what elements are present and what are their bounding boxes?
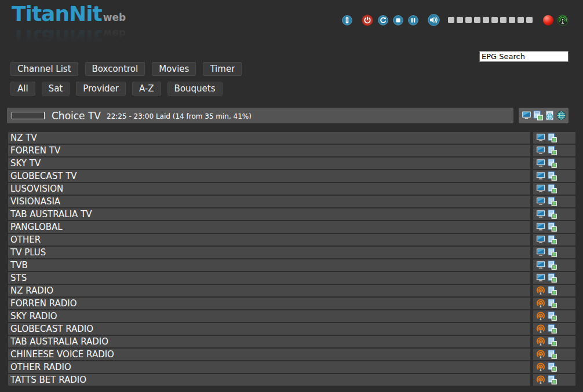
channel-row-bar[interactable]: VISIONASIA (8, 196, 530, 207)
channel-row-bar[interactable]: TATTS BET RADIO (8, 374, 530, 386)
channel-row: GLOBECAST RADIO (8, 323, 575, 335)
tv-icon[interactable] (536, 133, 545, 142)
volume-icon[interactable] (428, 14, 440, 26)
channel-row: SKY TV (8, 157, 575, 169)
channel-row-bar[interactable]: SKY RADIO (8, 310, 530, 322)
channel-name: OTHER (10, 235, 41, 245)
volume-segment[interactable] (483, 17, 489, 23)
channel-row-actions (533, 234, 575, 246)
remote-icon[interactable] (342, 15, 352, 25)
epg-list-icon[interactable] (548, 362, 557, 372)
epg-list-icon[interactable] (533, 111, 543, 120)
nav-timer-button[interactable]: Timer (203, 62, 242, 76)
radio-icon[interactable] (536, 286, 545, 295)
filter-provider-button[interactable]: Provider (76, 82, 126, 96)
tv-icon[interactable] (536, 273, 545, 283)
volume-segment[interactable] (509, 17, 515, 23)
nav-channel-list-button[interactable]: Channel List (10, 62, 78, 76)
epg-list-icon[interactable] (548, 171, 557, 181)
epg-list-icon[interactable] (548, 312, 557, 321)
radio-icon[interactable] (536, 337, 545, 346)
tv-icon[interactable] (536, 159, 545, 168)
channel-row-bar[interactable]: GLOBECAST RADIO (8, 323, 530, 335)
epg-list-icon[interactable] (548, 184, 557, 193)
channel-row-bar[interactable]: NZ RADIO (8, 285, 530, 296)
channel-row-bar[interactable]: TAB AUSTRALIA TV (8, 208, 530, 220)
channel-row-bar[interactable]: FORREN TV (8, 145, 530, 156)
epg-list-icon[interactable] (548, 197, 557, 206)
radio-icon[interactable] (536, 362, 545, 372)
volume-segment[interactable] (457, 17, 463, 23)
filter-bouquets-button[interactable]: Bouquets (167, 82, 223, 96)
epg-list-icon[interactable] (548, 159, 557, 168)
filter-all-button[interactable]: All (10, 82, 35, 96)
tv-icon[interactable] (536, 184, 545, 193)
channel-row-bar[interactable]: TV PLUS (8, 247, 530, 258)
epg-list-icon[interactable] (548, 146, 557, 155)
tv-icon[interactable] (536, 248, 545, 257)
epg-list-icon[interactable] (548, 350, 557, 359)
epg-list-icon[interactable] (548, 133, 557, 142)
epg-list-icon[interactable] (548, 286, 557, 295)
radio-icon[interactable] (536, 299, 545, 308)
epg-search-input[interactable] (479, 51, 569, 62)
epg-list-icon[interactable] (548, 273, 557, 283)
volume-segment[interactable] (500, 17, 507, 23)
tv-icon[interactable] (536, 222, 545, 232)
record-icon[interactable] (543, 15, 553, 25)
tv-icon[interactable] (536, 235, 545, 244)
channel-row-bar[interactable]: SKY TV (8, 157, 530, 169)
channel-row-bar[interactable]: LUSOVISION (8, 183, 530, 195)
globe-icon[interactable] (556, 111, 566, 120)
channel-row-bar[interactable]: OTHER RADIO (8, 361, 530, 373)
epg-list-icon[interactable] (548, 261, 557, 270)
nav-boxcontrol-button[interactable]: Boxcontrol (85, 62, 145, 76)
webtv-icon[interactable] (545, 111, 555, 120)
radio-icon[interactable] (536, 312, 545, 321)
tv-icon[interactable] (536, 261, 545, 270)
channel-row-bar[interactable]: TAB AUSTRALIA RADIO (8, 336, 530, 347)
epg-list-icon[interactable] (548, 299, 557, 308)
epg-list-icon[interactable] (548, 337, 557, 346)
stream-icon[interactable] (557, 14, 569, 26)
nav-movies-button[interactable]: Movies (152, 62, 196, 76)
tv-icon[interactable] (536, 146, 545, 155)
radio-icon[interactable] (536, 375, 545, 384)
stop-icon[interactable] (393, 15, 403, 25)
channel-row-bar[interactable]: CHINEESE VOICE RADIO (8, 349, 530, 360)
channel-name: NZ TV (10, 133, 37, 143)
epg-list-icon[interactable] (548, 222, 557, 232)
channel-row-actions (533, 208, 575, 220)
epg-list-icon[interactable] (548, 324, 557, 334)
volume-segment[interactable] (448, 17, 454, 23)
channel-row-bar[interactable]: STS (8, 272, 530, 284)
tv-icon[interactable] (536, 197, 545, 206)
tv-preview-icon[interactable] (522, 111, 531, 120)
tv-icon[interactable] (536, 171, 545, 181)
volume-segment[interactable] (518, 17, 524, 23)
radio-icon[interactable] (536, 324, 545, 334)
channel-row-bar[interactable]: NZ TV (8, 132, 530, 144)
filter-az-button[interactable]: A-Z (132, 82, 161, 96)
radio-icon[interactable] (536, 350, 545, 359)
channel-row-bar[interactable]: OTHER (8, 234, 530, 246)
epg-list-icon[interactable] (548, 210, 557, 219)
epg-list-icon[interactable] (548, 235, 557, 244)
channel-row-bar[interactable]: FORREN RADIO (8, 298, 530, 309)
power-icon[interactable] (362, 14, 373, 26)
epg-list-icon[interactable] (548, 375, 557, 384)
volume-segment[interactable] (465, 17, 472, 23)
channel-row-bar[interactable]: PANGLOBAL (8, 221, 530, 233)
channel-row-bar[interactable]: GLOBECAST TV (8, 170, 530, 182)
tv-icon[interactable] (536, 210, 545, 219)
volume-segment[interactable] (491, 17, 498, 23)
channel-row-actions (533, 310, 575, 322)
volume-segment[interactable] (526, 17, 533, 23)
refresh-icon[interactable] (378, 15, 388, 25)
pause-icon[interactable] (408, 15, 418, 25)
epg-list-icon[interactable] (548, 248, 557, 257)
filter-sat-button[interactable]: Sat (42, 82, 70, 96)
channel-row-bar[interactable]: TVB (8, 259, 530, 271)
channel-row: CHINEESE VOICE RADIO (8, 349, 575, 360)
volume-segment[interactable] (474, 17, 480, 23)
